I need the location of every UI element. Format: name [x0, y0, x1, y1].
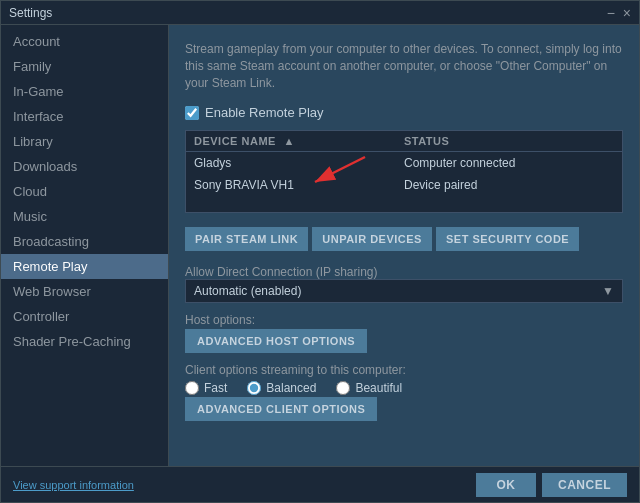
- col-header-status: STATUS: [404, 135, 614, 147]
- close-button[interactable]: ×: [623, 5, 631, 21]
- dropdown-arrow-icon: ▼: [602, 284, 614, 298]
- device-table-wrapper: DEVICE NAME ▲ STATUS Gladys Computer con…: [185, 130, 623, 213]
- minimize-button[interactable]: −: [607, 5, 615, 21]
- enable-remote-play-label: Enable Remote Play: [205, 105, 324, 120]
- main-content: AccountFamilyIn-GameInterfaceLibraryDown…: [1, 25, 639, 466]
- titlebar: Settings − ×: [1, 1, 639, 25]
- device-action-buttons: PAIR STEAM LINK UNPAIR DEVICES SET SECUR…: [185, 227, 623, 251]
- sidebar-item-music[interactable]: Music: [1, 204, 168, 229]
- advanced-host-options-button[interactable]: ADVANCED HOST OPTIONS: [185, 329, 367, 353]
- device-name-cell: Gladys: [194, 156, 404, 170]
- col-header-name: DEVICE NAME ▲: [194, 135, 404, 147]
- dropdown-value: Automatic (enabled): [194, 284, 602, 298]
- radio-option-beautiful[interactable]: Beautiful: [336, 381, 402, 395]
- device-table-header: DEVICE NAME ▲ STATUS: [186, 131, 622, 152]
- sidebar-item-web-browser[interactable]: Web Browser: [1, 279, 168, 304]
- enable-remote-play-checkbox[interactable]: [185, 106, 199, 120]
- sidebar-item-cloud[interactable]: Cloud: [1, 179, 168, 204]
- ok-button[interactable]: OK: [476, 473, 536, 497]
- table-row[interactable]: Sony BRAVIA VH1 Device paired: [186, 174, 622, 196]
- description-text: Stream gameplay from your computer to ot…: [185, 41, 623, 91]
- sort-icon: ▲: [283, 135, 294, 147]
- sidebar-item-downloads[interactable]: Downloads: [1, 154, 168, 179]
- sidebar-item-interface[interactable]: Interface: [1, 104, 168, 129]
- device-name-cell: Sony BRAVIA VH1: [194, 178, 404, 192]
- host-options-label: Host options:: [185, 313, 623, 327]
- window-title: Settings: [9, 6, 52, 20]
- sidebar: AccountFamilyIn-GameInterfaceLibraryDown…: [1, 25, 169, 466]
- device-status-cell: Computer connected: [404, 156, 614, 170]
- device-table-body: Gladys Computer connectedSony BRAVIA VH1…: [186, 152, 622, 212]
- sidebar-item-account[interactable]: Account: [1, 29, 168, 54]
- sidebar-item-library[interactable]: Library: [1, 129, 168, 154]
- unpair-devices-button[interactable]: UNPAIR DEVICES: [312, 227, 432, 251]
- sidebar-item-remote-play[interactable]: Remote Play: [1, 254, 168, 279]
- table-row[interactable]: Gladys Computer connected: [186, 152, 622, 174]
- window-controls: − ×: [607, 5, 631, 21]
- enable-remote-play-row: Enable Remote Play: [185, 105, 623, 120]
- device-table: DEVICE NAME ▲ STATUS Gladys Computer con…: [185, 130, 623, 213]
- direct-connection-section: Allow Direct Connection (IP sharing) Aut…: [185, 261, 623, 303]
- client-options-label: Client options streaming to this compute…: [185, 363, 623, 377]
- radio-option-balanced[interactable]: Balanced: [247, 381, 316, 395]
- direct-connection-dropdown[interactable]: Automatic (enabled) ▼: [185, 279, 623, 303]
- settings-window: Settings − × AccountFamilyIn-GameInterfa…: [0, 0, 640, 503]
- radio-beautiful[interactable]: [336, 381, 350, 395]
- host-options-section: Host options: ADVANCED HOST OPTIONS: [185, 313, 623, 353]
- quality-radio-group: FastBalancedBeautiful: [185, 381, 623, 395]
- device-status-cell: Device paired: [404, 178, 614, 192]
- radio-balanced[interactable]: [247, 381, 261, 395]
- support-link[interactable]: View support information: [13, 479, 134, 491]
- sidebar-item-in-game[interactable]: In-Game: [1, 79, 168, 104]
- direct-connection-label: Allow Direct Connection (IP sharing): [185, 265, 623, 279]
- content-area: Stream gameplay from your computer to ot…: [169, 25, 639, 466]
- sidebar-item-controller[interactable]: Controller: [1, 304, 168, 329]
- pair-steam-link-button[interactable]: PAIR STEAM LINK: [185, 227, 308, 251]
- bottom-bar: View support information OK CANCEL: [1, 466, 639, 502]
- radio-fast[interactable]: [185, 381, 199, 395]
- sidebar-item-shader-pre-caching[interactable]: Shader Pre-Caching: [1, 329, 168, 354]
- radio-option-fast[interactable]: Fast: [185, 381, 227, 395]
- sidebar-item-broadcasting[interactable]: Broadcasting: [1, 229, 168, 254]
- client-options-section: Client options streaming to this compute…: [185, 363, 623, 421]
- sidebar-item-family[interactable]: Family: [1, 54, 168, 79]
- set-security-code-button[interactable]: SET SECURITY CODE: [436, 227, 579, 251]
- advanced-client-options-button[interactable]: ADVANCED CLIENT OPTIONS: [185, 397, 377, 421]
- cancel-button[interactable]: CANCEL: [542, 473, 627, 497]
